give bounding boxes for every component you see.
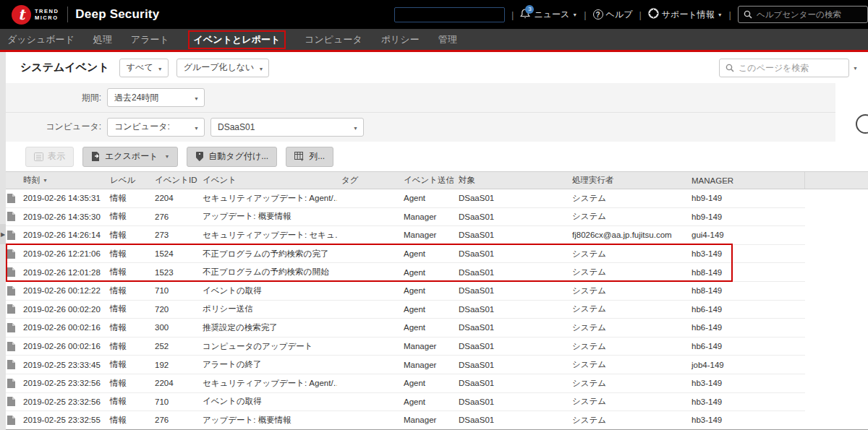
lifesaver-icon (648, 8, 659, 21)
cell-target: DSaaS01 (454, 323, 568, 332)
cell-event-id: 276 (150, 416, 198, 424)
cell-level: 情報 (106, 193, 150, 204)
cell-event-id: 710 (150, 397, 198, 406)
nav-item-dashboard[interactable]: ダッシュボード (7, 32, 75, 48)
support-label: サポート情報 (662, 9, 715, 21)
topbar-separator: | (584, 9, 586, 20)
table-row[interactable]: 2019-02-26 14:26:14 情報 273 セキュリティアップデート:… (6, 226, 805, 245)
tag-icon (195, 152, 204, 161)
column-header-event-id[interactable]: イベントID (150, 175, 198, 186)
cell-actor: システム (568, 304, 687, 314)
event-doc-icon (6, 397, 19, 406)
cell-target: DSaaS01 (454, 231, 568, 239)
cell-level: 情報 (106, 249, 150, 259)
cell-target: DSaaS01 (454, 416, 568, 424)
grouping-value: グループ化しない (184, 61, 255, 74)
cell-level: 情報 (106, 359, 150, 370)
view-button[interactable]: 表示 (25, 147, 74, 167)
cell-event-id: 720 (150, 305, 198, 314)
column-header-tag[interactable]: タグ (337, 175, 399, 186)
grouping-dropdown[interactable]: グループ化しない ▼ (176, 59, 270, 77)
nav-item-computers[interactable]: コンピュータ (305, 32, 362, 48)
cell-event: セキュリティアップデート: セキュ… (198, 230, 337, 241)
event-doc-icon (6, 304, 19, 314)
table-row[interactable]: 2019-02-25 23:32:55 情報 276 アップデート: 概要情報 … (6, 411, 805, 430)
column-header-event-id-label: イベントID (155, 175, 197, 186)
panel-expand-handle[interactable]: ▶ (0, 224, 6, 244)
nav-item-administration[interactable]: 管理 (438, 32, 457, 48)
column-header-time[interactable]: 時刻 ▼ (19, 175, 106, 186)
table-row[interactable]: 2019-02-26 14:35:30 情報 276 アップデート: 概要情報 … (6, 208, 805, 227)
table-row[interactable]: 2019-02-25 23:32:56 情報 710 イベントの取得 Agent… (6, 393, 805, 412)
period-label: 期間: (6, 92, 107, 104)
cell-target: DSaaS01 (454, 268, 568, 277)
nav-item-label: 管理 (438, 34, 457, 45)
column-header-level-label: レベル (110, 175, 135, 186)
collapsed-side-panel: ▶ (0, 52, 6, 430)
event-doc-icon (6, 379, 19, 388)
column-header-origin-label: イベント送信… (404, 175, 454, 186)
nav-item-policies[interactable]: ポリシー (381, 32, 420, 48)
topbar-separator: | (729, 9, 731, 20)
nav-item-alerts[interactable]: アラート (131, 32, 169, 48)
page-title: システムイベント (20, 61, 109, 74)
redacted-account-box (394, 7, 505, 22)
event-doc-icon (6, 212, 19, 221)
cell-target: DSaaS01 (454, 194, 568, 202)
page-search-input[interactable] (739, 63, 843, 73)
view-icon (34, 152, 43, 161)
column-header-manager-label: MANAGER (692, 176, 733, 185)
cell-actor: システム (568, 359, 687, 370)
table-row[interactable]: 2019-02-26 14:35:31 情報 2204 セキュリティアップデート… (6, 189, 805, 208)
cell-time: 2019-02-26 14:35:31 (19, 194, 106, 202)
help-center-search-input[interactable] (757, 10, 862, 19)
help-menu[interactable]: ? ヘルプ (593, 9, 633, 21)
event-scope-dropdown[interactable]: すべて ▼ (119, 59, 169, 77)
nav-item-events-reports[interactable]: イベントとレポート (188, 30, 286, 49)
column-header-level[interactable]: レベル (106, 175, 150, 186)
news-label: ニュース (534, 9, 569, 21)
cell-event-id: 273 (150, 231, 198, 239)
cell-event-id: 276 (150, 212, 198, 221)
help-label: ヘルプ (606, 9, 633, 21)
page-search[interactable] (719, 59, 849, 77)
top-bar-right: | 3 ニュース ▼ | ? ヘルプ | サポート情報 ▼ (394, 6, 868, 23)
cell-target: DSaaS01 (454, 397, 568, 406)
nav-item-actions[interactable]: 処理 (93, 32, 112, 48)
table-row[interactable]: 2019-02-25 23:33:45 情報 192 アラートの終了 Manag… (6, 356, 805, 374)
chevron-down-icon: ▼ (258, 66, 263, 72)
cell-actor: システム (568, 378, 687, 389)
computer-scope-dropdown[interactable]: コンピュータ: ▼ (107, 118, 205, 137)
table-row[interactable]: 2019-02-26 00:02:16 情報 252 コンピュータのアップデート… (6, 337, 805, 356)
period-dropdown[interactable]: 過去24時間 ▼ (107, 88, 205, 107)
column-header-actor[interactable]: 処理実行者 (568, 175, 687, 186)
table-row[interactable]: 2019-02-26 12:01:28 情報 1523 不正プログラムの予約検索… (6, 263, 805, 282)
auto-tag-button[interactable]: 自動タグ付け... (187, 147, 277, 167)
cell-event: アラートの終了 (198, 359, 337, 370)
deep-security-window: t TREND MICRO Deep Security | 3 ニュース ▼ |… (0, 0, 868, 430)
cell-manager: job4-149 (687, 361, 805, 369)
cell-time: 2019-02-26 12:21:06 (19, 249, 106, 258)
cell-origin: Agent (399, 249, 454, 258)
news-menu[interactable]: 3 ニュース ▼ (520, 9, 577, 21)
table-row[interactable]: 2019-02-26 00:12:22 情報 710 イベントの取得 Agent… (6, 282, 805, 301)
period-value: 過去24時間 (114, 92, 158, 104)
table-row[interactable]: 2019-02-26 12:21:06 情報 1524 不正プログラムの予約検索… (6, 245, 805, 264)
table-row[interactable]: 2019-02-26 00:02:16 情報 300 推奨設定の検索完了 Age… (6, 319, 805, 337)
table-row[interactable]: 2019-02-25 23:32:56 情報 2204 セキュリティアップデート… (6, 374, 805, 393)
table-row[interactable]: 2019-02-26 00:02:20 情報 720 ポリシー送信 Agent … (6, 301, 805, 319)
cell-event: セキュリティアップデート: Agent/… (198, 193, 337, 204)
column-header-manager[interactable]: MANAGER (687, 176, 805, 185)
columns-button[interactable]: 列... (286, 147, 333, 167)
help-center-search[interactable] (738, 6, 868, 23)
support-menu[interactable]: サポート情報 ▼ (648, 8, 723, 21)
column-header-origin[interactable]: イベント送信… (399, 175, 454, 186)
computer-name-dropdown[interactable]: DSaaS01 ▼ (210, 118, 364, 137)
column-header-event-label: イベント (203, 175, 237, 186)
column-header-event[interactable]: イベント (198, 175, 337, 186)
export-button[interactable]: エクスポート ▼ (82, 147, 178, 167)
column-header-target[interactable]: 対象 (454, 175, 568, 186)
search-options-caret-icon[interactable]: ▼ (853, 66, 858, 71)
cell-target: DSaaS01 (454, 361, 568, 369)
cell-manager: hb3-149 (687, 397, 805, 406)
